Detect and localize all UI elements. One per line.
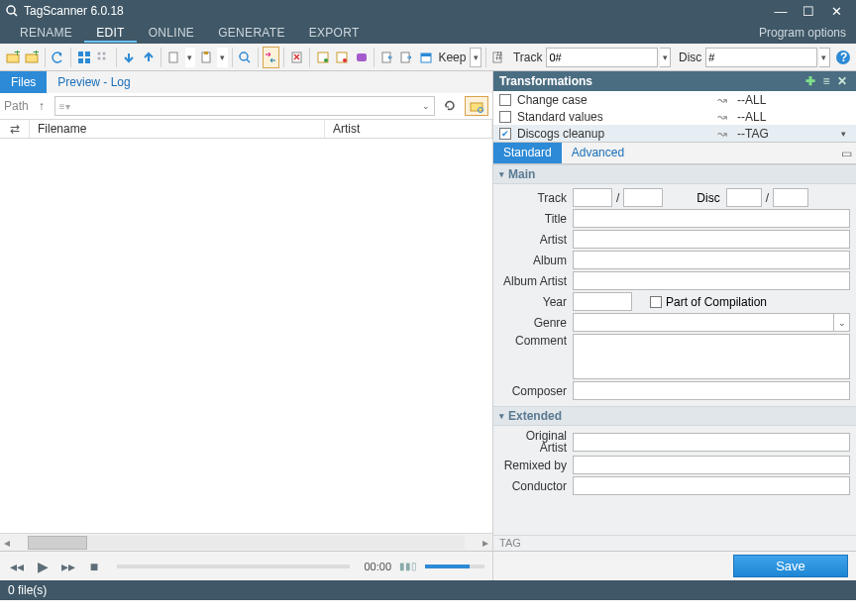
tag-swap-icon[interactable] — [263, 47, 279, 68]
menu-rename[interactable]: RENAME — [8, 23, 84, 43]
grid-body[interactable] — [0, 139, 492, 533]
paste-dropdown[interactable]: ▾ — [217, 48, 228, 67]
artist-label: Artist — [499, 233, 573, 247]
column-artist[interactable]: Artist — [325, 120, 492, 138]
transformation-checkbox[interactable]: ✔ — [499, 128, 511, 140]
disc-format-combo[interactable] — [705, 48, 817, 67]
export-icon[interactable] — [398, 47, 415, 68]
maximize-button[interactable]: ☐ — [795, 4, 822, 19]
next-track-icon[interactable]: ▸▸ — [59, 559, 77, 574]
artist-input[interactable] — [573, 230, 850, 249]
composer-input[interactable] — [573, 381, 850, 400]
disc-format-dropdown[interactable]: ▾ — [819, 48, 830, 67]
tab-preview-log[interactable]: Preview - Log — [47, 71, 141, 93]
path-dropdown-icon[interactable]: ⌄ — [418, 101, 430, 111]
add-folder-icon[interactable]: + — [23, 47, 40, 68]
transformation-target-dropdown[interactable]: ▾ — [836, 129, 850, 139]
svg-rect-9 — [85, 58, 90, 63]
script-2-icon[interactable] — [333, 47, 350, 68]
svg-point-12 — [98, 56, 101, 59]
grid-view-icon[interactable] — [75, 47, 92, 68]
genre-dropdown-icon[interactable]: ⌄ — [834, 313, 850, 332]
tab-files[interactable]: Files — [0, 71, 47, 93]
menu-export[interactable]: EXPORT — [297, 23, 372, 43]
script-1-icon[interactable] — [314, 47, 331, 68]
volume-slider[interactable] — [425, 565, 484, 568]
time-slider[interactable] — [117, 565, 350, 568]
disc-number-input[interactable] — [726, 188, 762, 207]
paste-icon[interactable] — [197, 47, 214, 68]
stop-icon[interactable]: ■ — [85, 559, 103, 574]
genre-select[interactable] — [573, 313, 834, 332]
delete-tag-icon[interactable] — [288, 47, 305, 68]
horizontal-scrollbar[interactable]: ◂ ▸ — [0, 533, 492, 551]
move-up-icon[interactable] — [140, 47, 157, 68]
svg-text:?: ? — [840, 51, 847, 64]
transformation-row[interactable]: ✔ Discogs cleanup ↝ --TAG ▾ — [493, 125, 856, 142]
keep-dropdown[interactable]: ▾ — [470, 48, 481, 67]
section-main-header[interactable]: ▾ Main — [493, 164, 856, 184]
list-view-icon[interactable] — [94, 47, 111, 68]
close-button[interactable]: ✕ — [822, 4, 850, 19]
compilation-checkbox[interactable] — [650, 296, 662, 308]
album-artist-input[interactable] — [573, 271, 850, 290]
title-bar: TagScanner 6.0.18 — ☐ ✕ — [0, 0, 856, 22]
section-extended-header[interactable]: ▾ Extended — [493, 406, 856, 426]
tab-advanced[interactable]: Advanced — [562, 143, 634, 163]
copy-icon[interactable] — [165, 47, 182, 68]
calendar-icon[interactable] — [417, 47, 434, 68]
transformation-checkbox[interactable] — [499, 111, 511, 123]
status-bar: 0 file(s) — [0, 580, 856, 600]
menu-online[interactable]: ONLINE — [137, 23, 206, 43]
prev-track-icon[interactable]: ◂◂ — [8, 559, 26, 574]
browse-folder-icon[interactable] — [465, 96, 488, 116]
tag-tabs: Standard Advanced ▭ — [493, 143, 856, 164]
arrow-icon: ↝ — [717, 110, 737, 124]
tab-standard[interactable]: Standard — [493, 143, 562, 163]
grid-header: ⇄ Filename Artist — [0, 119, 492, 139]
menu-edit[interactable]: EDIT — [84, 23, 137, 43]
title-input[interactable] — [573, 209, 850, 228]
save-button[interactable]: Save — [733, 555, 848, 577]
remixed-by-input[interactable] — [573, 456, 850, 474]
track-number-input[interactable] — [573, 188, 612, 207]
play-icon[interactable]: ▶ — [34, 559, 52, 574]
shuffle-column-icon[interactable]: ⇄ — [0, 120, 30, 138]
copy-dropdown[interactable]: ▾ — [185, 48, 196, 67]
transformation-menu-icon[interactable]: ≡ — [818, 74, 834, 88]
transformation-checkbox[interactable] — [499, 94, 511, 106]
add-transformation-icon[interactable]: ✚ — [802, 74, 818, 88]
track-total-input[interactable] — [623, 188, 663, 207]
transformation-row[interactable]: Standard values ↝ --ALL — [493, 108, 856, 125]
minimize-button[interactable]: — — [767, 4, 795, 19]
title-label: Title — [499, 212, 573, 226]
conductor-input[interactable] — [573, 476, 850, 495]
expand-panel-icon[interactable]: ▭ — [836, 143, 856, 163]
path-input[interactable] — [70, 99, 418, 113]
svg-point-21 — [324, 58, 328, 62]
scroll-thumb[interactable] — [28, 536, 87, 550]
search-icon[interactable] — [236, 47, 253, 68]
track-format-combo[interactable] — [546, 48, 658, 67]
undo-icon[interactable] — [50, 47, 66, 68]
column-filename[interactable]: Filename — [30, 120, 325, 138]
program-options-link[interactable]: Program options — [759, 26, 856, 40]
new-folder-icon[interactable]: + — [4, 47, 21, 68]
import-icon[interactable] — [378, 47, 395, 68]
refresh-icon[interactable] — [439, 96, 461, 116]
album-input[interactable] — [573, 251, 850, 269]
close-transformations-icon[interactable]: ✕ — [834, 74, 850, 88]
autonum-icon[interactable]: # — [489, 47, 506, 68]
script-3-icon[interactable] — [353, 47, 370, 68]
disc-total-input[interactable] — [773, 188, 808, 207]
svg-rect-6 — [78, 51, 83, 56]
comment-textarea[interactable] — [573, 334, 850, 379]
help-icon[interactable]: ? — [834, 47, 852, 68]
transformation-row[interactable]: Change case ↝ --ALL — [493, 91, 856, 108]
year-input[interactable] — [573, 292, 632, 311]
original-artist-input[interactable] — [573, 433, 850, 452]
path-up-icon[interactable]: ↑ — [33, 99, 51, 113]
track-format-dropdown[interactable]: ▾ — [660, 48, 671, 67]
move-down-icon[interactable] — [120, 47, 137, 68]
menu-generate[interactable]: GENERATE — [206, 23, 297, 43]
